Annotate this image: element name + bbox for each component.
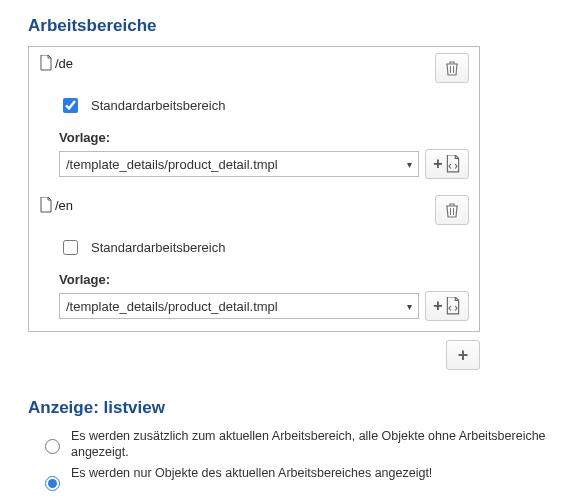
standard-workspace-label: Standardarbeitsbereich (91, 98, 225, 113)
delete-workspace-button[interactable] (435, 195, 469, 225)
workspace-block: /en Standardarbeitsbereich Vorlage: /tem… (29, 189, 479, 331)
workspaces-heading: Arbeitsbereiche (28, 16, 571, 36)
file-icon (39, 55, 53, 71)
template-select-value: /template_details/product_detail.tmpl (66, 157, 278, 172)
delete-workspace-button[interactable] (435, 53, 469, 83)
template-select[interactable]: /template_details/product_detail.tmpl ▾ (59, 151, 419, 177)
standard-workspace-checkbox[interactable] (63, 240, 78, 255)
anzeige-radio-group: Es werden zusätzlich zum aktuellen Arbei… (40, 428, 571, 491)
anzeige-option: Es werden zusätzlich zum aktuellen Arbei… (40, 428, 571, 461)
plus-icon: + (433, 155, 442, 173)
code-file-icon (445, 155, 461, 173)
anzeige-option-label: Es werden nur Objekte des aktuellen Arbe… (71, 465, 432, 481)
add-workspace-button[interactable]: + (446, 340, 480, 370)
anzeige-heading: Anzeige: listview (28, 398, 571, 418)
workspace-block: /de Standardarbeitsbereich Vorlage: /tem… (29, 47, 479, 189)
template-label: Vorlage: (59, 130, 469, 145)
template-label: Vorlage: (59, 272, 469, 287)
trash-icon (444, 60, 460, 76)
workspace-path-text: /de (55, 56, 73, 71)
workspace-path-text: /en (55, 198, 73, 213)
code-file-icon (445, 297, 461, 315)
anzeige-radio[interactable] (45, 476, 60, 491)
chevron-down-icon: ▾ (407, 159, 412, 170)
standard-workspace-label: Standardarbeitsbereich (91, 240, 225, 255)
workspace-path: /en (39, 197, 73, 213)
anzeige-option-label: Es werden zusätzlich zum aktuellen Arbei… (71, 428, 571, 461)
template-select[interactable]: /template_details/product_detail.tmpl ▾ (59, 293, 419, 319)
anzeige-option: Es werden nur Objekte des aktuellen Arbe… (40, 465, 571, 491)
workspace-path: /de (39, 55, 73, 71)
template-select-value: /template_details/product_detail.tmpl (66, 299, 278, 314)
add-template-button[interactable]: + (425, 291, 469, 321)
plus-icon: + (433, 297, 442, 315)
file-icon (39, 197, 53, 213)
add-template-button[interactable]: + (425, 149, 469, 179)
chevron-down-icon: ▾ (407, 301, 412, 312)
workspaces-container: /de Standardarbeitsbereich Vorlage: /tem… (28, 46, 480, 332)
trash-icon (444, 202, 460, 218)
standard-workspace-checkbox[interactable] (63, 98, 78, 113)
plus-icon: + (458, 345, 469, 366)
anzeige-radio[interactable] (45, 439, 60, 454)
